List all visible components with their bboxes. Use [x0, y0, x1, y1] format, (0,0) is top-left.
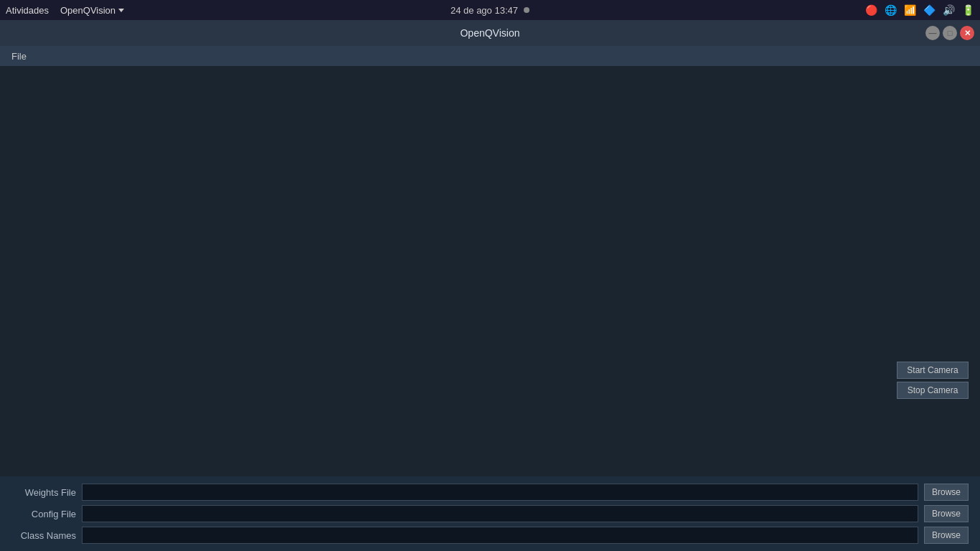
- camera-buttons-panel: Start Camera Stop Camera: [897, 362, 969, 399]
- maximize-button[interactable]: □: [943, 26, 957, 40]
- system-bar-center: 24 de ago 13:47: [329, 5, 651, 16]
- wifi-icon: 📶: [904, 4, 916, 16]
- config-file-row: Config File Browse: [11, 505, 969, 522]
- class-names-row: Class Names Browse: [11, 527, 969, 544]
- system-bar-right: 🔴 🌐 📶 🔷 🔊 🔋: [651, 4, 974, 16]
- bottom-panel: Weights File Browse Config File Browse C…: [0, 476, 980, 551]
- vpn-icon: 🌐: [885, 4, 897, 16]
- weights-file-label: Weights File: [11, 487, 76, 498]
- status-dot-icon: [524, 7, 529, 13]
- battery-icon: 🔋: [962, 4, 974, 16]
- config-file-browse-button[interactable]: Browse: [924, 505, 969, 522]
- chevron-down-icon: [118, 9, 124, 12]
- weights-file-browse-button[interactable]: Browse: [924, 484, 969, 501]
- close-button[interactable]: ✕: [960, 26, 974, 40]
- datetime-label: 24 de ago 13:47: [451, 5, 518, 16]
- weights-file-input[interactable]: [82, 484, 918, 501]
- menu-item-file[interactable]: File: [6, 50, 32, 63]
- system-bar: Atividades OpenQVision 24 de ago 13:47 🔴…: [0, 0, 980, 20]
- config-file-label: Config File: [11, 509, 76, 519]
- title-bar: OpenQVision — □ ✕: [0, 20, 980, 46]
- system-bar-left: Atividades OpenQVision: [6, 5, 329, 16]
- minimize-button[interactable]: —: [925, 26, 940, 40]
- class-names-browse-button[interactable]: Browse: [924, 527, 969, 544]
- app-menu[interactable]: OpenQVision: [60, 5, 124, 16]
- network-error-icon: 🔴: [865, 4, 877, 16]
- class-names-label: Class Names: [11, 530, 76, 541]
- window-controls: — □ ✕: [925, 26, 974, 40]
- main-content: Start Camera Stop Camera: [0, 66, 980, 476]
- weights-file-row: Weights File Browse: [11, 484, 969, 501]
- app-menu-label: OpenQVision: [60, 5, 116, 16]
- start-camera-button[interactable]: Start Camera: [897, 362, 969, 379]
- window-title: OpenQVision: [460, 27, 519, 39]
- volume-icon: 🔊: [943, 4, 955, 16]
- activities-label[interactable]: Atividades: [6, 5, 49, 16]
- bluetooth-icon: 🔷: [923, 4, 936, 16]
- config-file-input[interactable]: [82, 505, 918, 522]
- class-names-input[interactable]: [82, 527, 918, 544]
- stop-camera-button[interactable]: Stop Camera: [897, 382, 969, 399]
- menu-bar: File: [0, 46, 980, 66]
